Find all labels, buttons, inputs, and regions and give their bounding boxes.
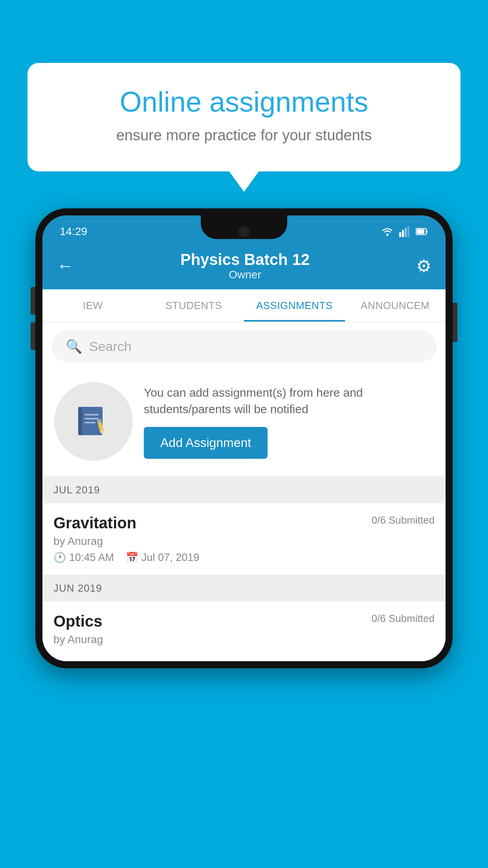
svg-rect-7 — [416, 229, 424, 234]
phone-power — [453, 303, 457, 342]
svg-rect-4 — [407, 226, 409, 237]
tab-iew[interactable]: IEW — [42, 289, 143, 322]
search-container: 🔍 Search — [42, 322, 446, 370]
wifi-icon — [381, 226, 394, 237]
assignment-date: Jul 07, 2019 — [141, 552, 199, 564]
battery-icon — [416, 228, 428, 235]
phone-screen: 14:29 — [42, 215, 446, 661]
meta-time: 🕐 10:45 AM — [53, 552, 114, 564]
promo-text-area: You can add assignment(s) from here and … — [144, 384, 434, 459]
app-bar-center: Physics Batch 12 Owner — [180, 251, 310, 281]
phone-wrapper: 14:29 — [35, 208, 453, 668]
speech-bubble-subtitle: ensure more practice for your students — [55, 127, 433, 144]
section-header-jul: JUL 2019 — [42, 477, 446, 503]
svg-rect-12 — [84, 422, 95, 423]
signal-icon — [399, 226, 410, 237]
promo-icon-circle — [54, 382, 133, 461]
settings-icon[interactable]: ⚙ — [416, 256, 431, 276]
tab-assignments[interactable]: ASSIGNMENTS — [244, 289, 345, 322]
search-icon: 🔍 — [66, 338, 82, 354]
assignment-name: Gravitation — [53, 514, 136, 532]
svg-rect-3 — [405, 228, 407, 237]
phone-vol-up — [31, 287, 35, 314]
app-bar: ← Physics Batch 12 Owner ⚙ — [42, 242, 446, 289]
tab-announcements[interactable]: ANNOUNCEM — [345, 289, 446, 322]
tab-students[interactable]: STUDENTS — [143, 289, 244, 322]
svg-rect-11 — [84, 418, 99, 419]
phone-notch — [201, 215, 287, 239]
back-button[interactable]: ← — [57, 256, 74, 276]
assignment-name-optics: Optics — [53, 612, 102, 630]
clock-icon: 🕐 — [53, 552, 66, 564]
assignment-item-optics[interactable]: Optics 0/6 Submitted by Anurag — [42, 601, 446, 661]
app-bar-title: Physics Batch 12 — [180, 251, 310, 268]
svg-rect-9 — [78, 407, 82, 435]
section-header-jun: JUN 2019 — [42, 575, 446, 601]
search-bar[interactable]: 🔍 Search — [52, 331, 436, 362]
assignment-submitted: 0/6 Submitted — [372, 514, 435, 526]
assignment-author: by Anurag — [53, 535, 435, 548]
phone: 14:29 — [35, 208, 453, 668]
assignment-item-gravitation[interactable]: Gravitation 0/6 Submitted by Anurag 🕐 10… — [42, 503, 446, 575]
svg-point-0 — [386, 234, 389, 236]
speech-bubble-wrapper: Online assignments ensure more practice … — [28, 63, 460, 171]
tabs: IEW STUDENTS ASSIGNMENTS ANNOUNCEM — [42, 289, 446, 322]
phone-camera — [238, 226, 250, 237]
assignment-time: 10:45 AM — [69, 552, 114, 564]
svg-rect-1 — [399, 232, 401, 237]
svg-rect-2 — [402, 230, 404, 237]
calendar-icon: 📅 — [126, 552, 138, 564]
assignment-meta: 🕐 10:45 AM 📅 Jul 07, 2019 — [53, 552, 435, 564]
phone-vol-down — [31, 322, 35, 350]
svg-rect-10 — [84, 414, 99, 416]
assignment-submitted-optics: 0/6 Submitted — [372, 612, 435, 625]
svg-rect-6 — [426, 230, 427, 233]
assignment-item-top-optics: Optics 0/6 Submitted — [53, 612, 435, 630]
speech-bubble: Online assignments ensure more practice … — [28, 63, 460, 171]
promo-description: You can add assignment(s) from here and … — [144, 384, 434, 417]
speech-bubble-title: Online assignments — [55, 86, 433, 118]
assignment-item-top: Gravitation 0/6 Submitted — [53, 514, 435, 532]
assignment-author-optics: by Anurag — [53, 633, 435, 646]
status-icons — [381, 226, 428, 237]
notebook-icon — [76, 404, 111, 439]
meta-date: 📅 Jul 07, 2019 — [126, 552, 199, 564]
status-time: 14:29 — [60, 225, 87, 238]
app-bar-subtitle: Owner — [180, 268, 310, 281]
add-assignment-button[interactable]: Add Assignment — [144, 427, 268, 459]
search-input-placeholder: Search — [89, 339, 132, 354]
promo-area: You can add assignment(s) from here and … — [42, 370, 446, 477]
